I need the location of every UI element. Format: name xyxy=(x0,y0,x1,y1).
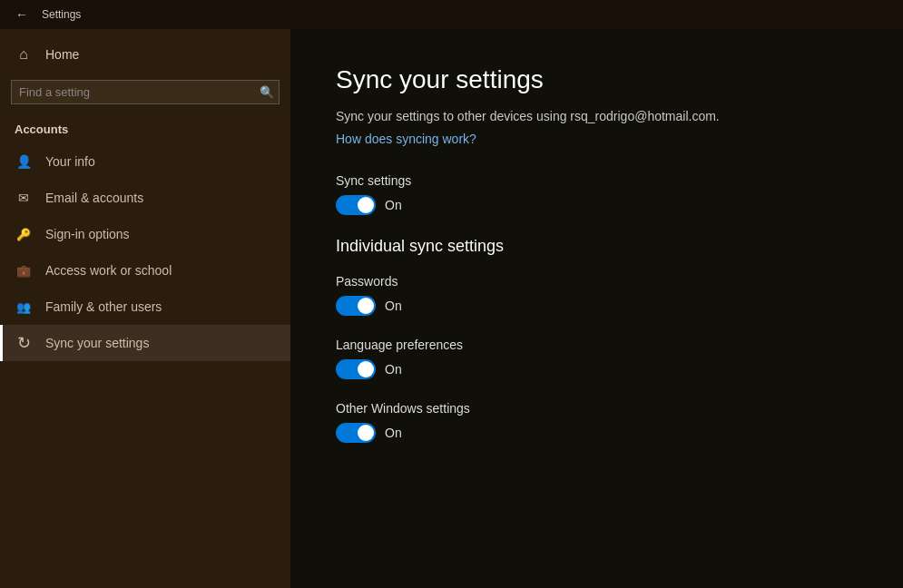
sidebar-item-home[interactable]: Home xyxy=(0,36,290,73)
titlebar: ← Settings xyxy=(0,0,903,29)
content-area: Sync your settings Sync your settings to… xyxy=(290,29,903,588)
main-layout: Home 🔍 Accounts Your info Email & accoun… xyxy=(0,29,903,588)
other-windows-toggle-row: On xyxy=(336,423,858,443)
individual-section-title: Individual sync settings xyxy=(336,237,858,256)
page-title: Sync your settings xyxy=(336,65,858,94)
sidebar-label-family-users: Family & other users xyxy=(45,299,162,314)
passwords-toggle[interactable] xyxy=(336,296,376,316)
how-syncing-works-link[interactable]: How does syncing work? xyxy=(336,132,476,146)
sync-settings-item: Sync settings On xyxy=(336,173,858,215)
sidebar-item-family-users[interactable]: Family & other users xyxy=(0,289,290,325)
family-icon xyxy=(15,298,33,316)
sidebar-label-sign-in: Sign-in options xyxy=(45,227,130,241)
sync-subtitle: Sync your settings to other devices usin… xyxy=(336,109,858,123)
search-icon: 🔍 xyxy=(260,85,274,99)
language-prefs-toggle-row: On xyxy=(336,359,858,379)
language-prefs-label: Language preferences xyxy=(336,338,858,352)
sidebar-item-email-accounts[interactable]: Email & accounts xyxy=(0,180,290,216)
passwords-item: Passwords On xyxy=(336,274,858,316)
briefcase-icon xyxy=(15,261,33,279)
person-icon xyxy=(15,152,33,171)
sidebar-item-sign-in[interactable]: Sign-in options xyxy=(0,216,290,252)
sidebar-label-your-info: Your info xyxy=(45,154,95,169)
language-prefs-toggle[interactable] xyxy=(336,359,376,379)
sync-settings-toggle-row: On xyxy=(336,195,858,215)
titlebar-title: Settings xyxy=(42,8,81,21)
sync-settings-toggle[interactable] xyxy=(336,195,376,215)
sidebar-label-email-accounts: Email & accounts xyxy=(45,191,143,205)
sidebar-item-access-work[interactable]: Access work or school xyxy=(0,252,290,289)
other-windows-toggle[interactable] xyxy=(336,423,376,443)
other-windows-state: On xyxy=(385,426,402,440)
sidebar-label-access-work: Access work or school xyxy=(45,263,172,278)
sync-settings-state: On xyxy=(385,198,402,212)
back-button[interactable]: ← xyxy=(11,4,33,25)
home-icon xyxy=(15,45,33,64)
language-prefs-state: On xyxy=(385,362,402,377)
sync-settings-label: Sync settings xyxy=(336,173,858,188)
search-input[interactable] xyxy=(11,80,280,104)
sidebar-item-your-info[interactable]: Your info xyxy=(0,143,290,180)
home-label: Home xyxy=(45,47,79,62)
email-icon xyxy=(15,189,33,207)
other-windows-item: Other Windows settings On xyxy=(336,401,858,443)
passwords-state: On xyxy=(385,299,402,313)
passwords-label: Passwords xyxy=(336,274,858,289)
other-windows-label: Other Windows settings xyxy=(336,401,858,416)
sync-icon xyxy=(15,334,33,352)
sidebar: Home 🔍 Accounts Your info Email & accoun… xyxy=(0,29,290,588)
sidebar-section-title: Accounts xyxy=(0,112,290,143)
sidebar-label-sync-settings: Sync your settings xyxy=(45,336,149,350)
search-box: 🔍 xyxy=(11,80,280,104)
passwords-toggle-row: On xyxy=(336,296,858,316)
sidebar-item-sync-settings[interactable]: Sync your settings xyxy=(0,325,290,361)
language-prefs-item: Language preferences On xyxy=(336,338,858,379)
key-icon xyxy=(15,225,33,243)
